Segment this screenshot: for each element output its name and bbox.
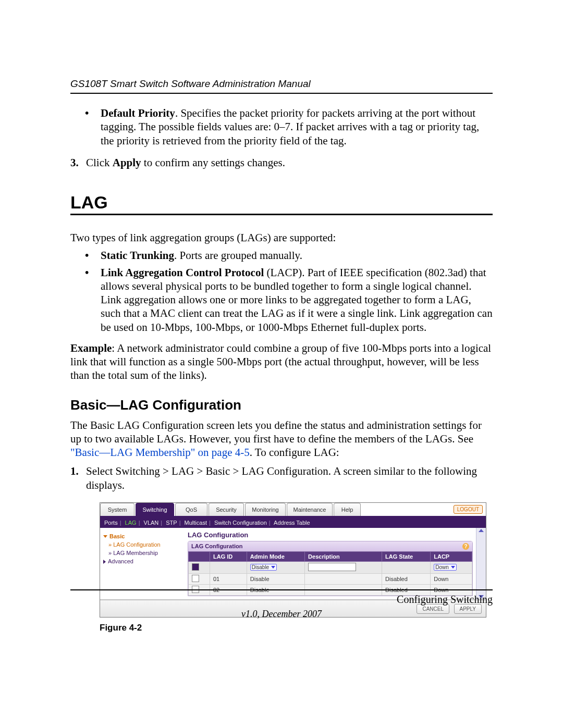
- subnav-stp[interactable]: STP: [166, 520, 177, 526]
- version-line: v1.0, December 2007: [70, 609, 493, 620]
- step-3: 3. Click Apply to confirm any settings c…: [70, 156, 493, 169]
- step-number: 3.: [70, 156, 86, 169]
- step-1: 1. Select Switching > LAG > Basic > LAG …: [70, 464, 493, 492]
- cell-lag-id: 01: [210, 573, 247, 584]
- sidebar-advanced[interactable]: Advanced: [103, 557, 183, 565]
- chevron-down-icon: [271, 566, 275, 569]
- label: Static Trunking: [101, 249, 174, 262]
- lacp-select[interactable]: Down: [434, 564, 457, 571]
- ui-sidebar: Basic » LAG Configuration » LAG Membersh…: [100, 528, 187, 599]
- link-lag-membership[interactable]: "Basic—LAG Membership" on page 4-5: [70, 446, 250, 459]
- basic-paragraph: The Basic LAG Configuration screen lets …: [70, 418, 493, 460]
- checkbox-all[interactable]: [192, 563, 199, 571]
- subnav-switch-config[interactable]: Switch Configuration: [214, 520, 267, 526]
- tab-monitoring[interactable]: Monitoring: [245, 503, 286, 516]
- subsection-heading: Basic—LAG Configuration: [70, 397, 493, 413]
- step-number: 1.: [70, 464, 86, 492]
- running-head: GS108T Smart Switch Software Administrat…: [70, 78, 493, 90]
- tab-switching[interactable]: Switching: [136, 503, 174, 516]
- bullet-lacp: • Link Aggregation Control Protocol (LAC…: [85, 266, 493, 334]
- cell-admin: Disable: [247, 573, 304, 584]
- checkbox-row[interactable]: [192, 575, 199, 582]
- footer-divider: [70, 589, 493, 590]
- col-description: Description: [305, 551, 382, 561]
- panel-title: LAG Configuration: [191, 543, 242, 549]
- bullet-marker: •: [85, 249, 101, 262]
- sidebar-lag-configuration[interactable]: » LAG Configuration: [103, 540, 183, 549]
- subnav-address-table[interactable]: Address Table: [274, 520, 310, 526]
- bullet-default-priority: • Default Priority. Specifies the packet…: [85, 106, 493, 147]
- ui-main: LAG Configuration LAG Configuration ? LA…: [187, 528, 476, 599]
- para-post: . To configure LAG:: [250, 446, 339, 459]
- logout-button[interactable]: LOGOUT: [454, 505, 483, 514]
- col-lag-state: LAG State: [382, 551, 431, 561]
- page-footer: Configuring Switching v1.0, December 200…: [70, 589, 493, 620]
- para-pre: The Basic LAG Configuration screen lets …: [70, 419, 482, 445]
- col-lag-id: LAG ID: [210, 551, 247, 561]
- section-heading-lag: LAG: [70, 192, 493, 213]
- example-paragraph: Example: A network administrator could c…: [70, 341, 493, 382]
- scroll-up-icon[interactable]: [479, 529, 484, 532]
- scrollbar[interactable]: [476, 528, 486, 599]
- col-lacp: LACP: [431, 551, 472, 561]
- subnav-lag[interactable]: LAG: [125, 520, 137, 526]
- bullet-marker: •: [85, 266, 101, 334]
- bullet-body: Default Priority. Specifies the packet p…: [101, 106, 493, 147]
- table-header-row: LAG ID Admin Mode Description LAG State …: [189, 551, 472, 561]
- section-divider: [70, 214, 493, 215]
- panel-header: LAG Configuration ?: [188, 541, 472, 551]
- example-label: Example: [70, 342, 112, 354]
- chevron-down-icon: [103, 535, 107, 538]
- subnav-vlan[interactable]: VLAN: [144, 520, 159, 526]
- figure-caption: Figure 4-2: [100, 623, 493, 633]
- divider: [70, 93, 493, 94]
- tab-maintenance[interactable]: Maintenance: [287, 503, 333, 516]
- example-text: : A network administrator could combine …: [70, 342, 491, 382]
- step-body: Select Switching > LAG > Basic > LAG Con…: [86, 464, 493, 492]
- tab-system[interactable]: System: [100, 503, 134, 516]
- ui-body: Basic » LAG Configuration » LAG Membersh…: [100, 528, 486, 599]
- sidebar-lag-membership[interactable]: » LAG Membership: [103, 549, 183, 557]
- col-checkbox: [189, 551, 210, 561]
- step-body: Click Apply to confirm any settings chan…: [86, 156, 285, 169]
- description-input[interactable]: [308, 563, 356, 571]
- subnav-multicast[interactable]: Multicast: [185, 520, 207, 526]
- step3-bold: Apply: [113, 156, 141, 169]
- tab-security[interactable]: Security: [209, 503, 244, 516]
- page: GS108T Smart Switch Software Administrat…: [0, 0, 563, 728]
- bullet-label: Default Priority: [101, 107, 175, 119]
- chevron-right-icon: [103, 560, 106, 564]
- lag-intro: Two types of link aggregation groups (LA…: [70, 231, 493, 244]
- chevron-down-icon: [451, 566, 455, 569]
- bullet-static: • Static Trunking. Ports are grouped man…: [85, 249, 493, 262]
- col-admin-mode: Admin Mode: [247, 551, 304, 561]
- table-edit-row: Disable Down: [189, 561, 472, 573]
- bullet-marker: •: [85, 106, 101, 147]
- lag-table: LAG ID Admin Mode Description LAG State …: [188, 551, 472, 596]
- lag-config-panel: LAG Configuration ? LAG ID Admin Mode De…: [188, 541, 473, 596]
- sidebar-basic[interactable]: Basic: [103, 532, 183, 540]
- help-icon[interactable]: ?: [462, 543, 469, 550]
- main-title: LAG Configuration: [188, 531, 473, 539]
- tab-help[interactable]: Help: [334, 503, 361, 516]
- table-row: 01 Disable Disabled Down: [189, 573, 472, 584]
- chapter-title: Configuring Switching: [397, 594, 493, 606]
- cell-desc: [305, 573, 382, 584]
- step3-pre: Click: [86, 156, 113, 169]
- cell-state: Disabled: [382, 573, 431, 584]
- cell-lacp: Down: [431, 573, 472, 584]
- ui-tab-bar: System Switching QoS Security Monitoring…: [100, 503, 486, 517]
- text: . Ports are grouped manually.: [174, 249, 302, 262]
- ui-subnav: Ports| LAG| VLAN| STP| Multicast| Switch…: [100, 517, 486, 528]
- subnav-ports[interactable]: Ports: [104, 520, 118, 526]
- label: Link Aggregation Control Protocol: [101, 266, 264, 279]
- tab-qos[interactable]: QoS: [175, 503, 207, 516]
- admin-mode-select[interactable]: Disable: [250, 564, 277, 571]
- step3-post: to confirm any settings changes.: [141, 156, 285, 169]
